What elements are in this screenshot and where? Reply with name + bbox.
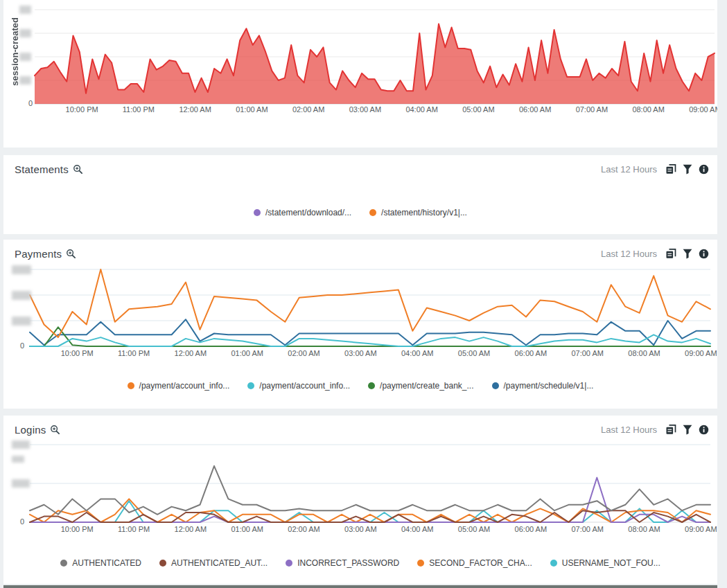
- x-axis-tick: 12:00 AM: [175, 525, 207, 533]
- panel-statements: Statements Last 12 Hours /statement/down…: [3, 155, 717, 234]
- legend-item[interactable]: /payment/schedule/v1|...: [492, 381, 594, 391]
- info-icon[interactable]: [699, 249, 709, 259]
- panel-title: Statements: [15, 163, 69, 175]
- panel-title: Logins: [15, 424, 46, 436]
- x-axis-tick: 11:00 PM: [118, 525, 150, 533]
- duplicate-icon[interactable]: [665, 163, 676, 175]
- series-area: [35, 24, 715, 104]
- legend-label: USERNAME_NOT_FOU...: [562, 558, 660, 568]
- panel-controls: Last 12 Hours: [601, 163, 709, 175]
- legend-dot: [417, 560, 424, 567]
- session-created-chart[interactable]: 10:00 PM11:00 PM12:00 AM01:00 AM02:00 AM…: [3, 0, 717, 148]
- panel-session-created: session-created 10:00 PM11:00 PM12:00 AM…: [3, 0, 717, 148]
- x-axis-tick: 08:00 AM: [628, 349, 660, 357]
- redacted-y-tick: [12, 291, 31, 300]
- redacted-y-tick: [12, 479, 30, 488]
- y-axis-zero: 0: [28, 99, 33, 107]
- time-range-label[interactable]: Last 12 Hours: [601, 425, 657, 435]
- x-axis-tick: 12:00 AM: [175, 349, 207, 357]
- duplicate-icon[interactable]: [665, 424, 676, 435]
- filter-icon[interactable]: [683, 425, 692, 435]
- legend-label: AUTHENTICATED: [72, 558, 141, 568]
- time-range-label[interactable]: Last 12 Hours: [601, 164, 657, 175]
- x-axis-tick: 01:00 AM: [231, 349, 263, 357]
- x-axis-tick: 05:00 AM: [458, 525, 490, 533]
- x-axis-tick: 02:00 AM: [288, 525, 319, 533]
- session-created-plot: [3, 0, 717, 148]
- legend-dot: [247, 382, 254, 389]
- duplicate-icon[interactable]: [665, 248, 676, 259]
- redacted-y-tick: [12, 456, 24, 463]
- x-axis-tick: 03:00 AM: [344, 349, 376, 357]
- y-axis-label: session-created: [6, 0, 23, 104]
- x-axis-tick: 04:00 AM: [405, 105, 437, 114]
- x-axis-tick: 09:00 AM: [685, 525, 717, 533]
- info-icon[interactable]: [699, 164, 709, 175]
- chart-legend: AUTHENTICATEDAUTHENTICATED_AUT...INCORRE…: [3, 558, 717, 568]
- x-axis-tick: 10:00 PM: [61, 525, 94, 533]
- y-axis-zero: 0: [20, 517, 24, 526]
- dashboard-screen: session-created 10:00 PM11:00 PM12:00 AM…: [0, 0, 727, 588]
- info-icon[interactable]: [699, 425, 709, 435]
- bottom-panel-edge: [3, 585, 717, 588]
- series-line: [30, 319, 710, 345]
- panel-header: Statements Last 12 Hours: [3, 155, 717, 179]
- x-axis-tick: 08:00 AM: [628, 525, 660, 533]
- redacted-y-tick: [12, 440, 30, 449]
- legend-item[interactable]: /statement/download/...: [254, 208, 351, 217]
- x-axis-tick: 04:00 AM: [401, 349, 433, 357]
- x-axis-tick: 07:00 AM: [571, 349, 603, 357]
- legend-item[interactable]: USERNAME_NOT_FOU...: [550, 558, 660, 568]
- x-axis-tick: 04:00 AM: [401, 525, 433, 533]
- legend-dot: [128, 382, 134, 389]
- series-line: [30, 269, 710, 337]
- x-axis-tick: 05:00 AM: [462, 105, 494, 114]
- legend-label: AUTHENTICATED_AUT...: [171, 558, 268, 568]
- legend-dot: [286, 560, 292, 567]
- x-axis-tick: 01:00 AM: [236, 105, 268, 114]
- filter-icon[interactable]: [683, 249, 692, 259]
- x-axis-tick: 11:00 PM: [123, 105, 155, 114]
- legend-label: /statement/download/...: [265, 208, 351, 217]
- legend-dot: [369, 209, 376, 216]
- legend-item[interactable]: /statement/history/v1|...: [369, 208, 467, 217]
- x-axis-tick: 03:00 AM: [344, 525, 376, 533]
- x-axis-tick: 12:00 AM: [179, 105, 211, 114]
- legend-label: /payment/schedule/v1|...: [504, 381, 594, 391]
- zoom-in-icon[interactable]: [73, 164, 83, 175]
- panel-header: Logins Last 12 Hours: [3, 416, 717, 439]
- redacted-y-tick: [12, 265, 31, 274]
- panel-controls: Last 12 Hours: [601, 248, 709, 259]
- legend-item[interactable]: /payment/create_bank_...: [368, 381, 473, 391]
- filter-icon[interactable]: [683, 164, 692, 175]
- panel-controls: Last 12 Hours: [601, 424, 709, 435]
- x-axis-tick: 11:00 PM: [118, 349, 150, 357]
- x-axis-tick: 09:00 AM: [685, 349, 717, 357]
- time-range-label[interactable]: Last 12 Hours: [601, 249, 657, 259]
- legend-item[interactable]: AUTHENTICATED_AUT...: [159, 558, 268, 568]
- x-axis-tick: 01:00 AM: [231, 525, 263, 533]
- legend-dot: [368, 382, 375, 389]
- legend-dot: [492, 382, 499, 389]
- y-axis-zero: 0: [20, 341, 24, 350]
- zoom-in-icon[interactable]: [66, 249, 76, 259]
- redacted-y-tick: [12, 317, 31, 326]
- legend-item[interactable]: /payment/account_info...: [247, 381, 350, 391]
- zoom-in-icon[interactable]: [50, 425, 60, 435]
- x-axis-tick: 02:00 AM: [292, 105, 324, 114]
- legend-label: /payment/account_info...: [259, 381, 350, 391]
- x-axis-tick: 08:00 AM: [632, 105, 664, 114]
- legend-item[interactable]: SECOND_FACTOR_CHA...: [417, 558, 532, 568]
- panel-header: Payments Last 12 Hours: [3, 240, 717, 263]
- x-axis-tick: 07:00 AM: [571, 525, 603, 533]
- legend-dot: [60, 560, 67, 567]
- panel-logins: Logins Last 12 Hours 10:00 PM11:00 PM12:…: [3, 416, 717, 584]
- legend-item[interactable]: /payment/account_info...: [128, 381, 230, 391]
- legend-item[interactable]: AUTHENTICATED: [60, 558, 141, 568]
- legend-dot: [159, 560, 166, 567]
- chart-legend: /payment/account_info.../payment/account…: [3, 381, 717, 391]
- legend-item[interactable]: INCORRECT_PASSWORD: [286, 558, 399, 568]
- legend-dot: [550, 560, 557, 567]
- x-axis-tick: 02:00 AM: [288, 349, 319, 357]
- panel-title: Payments: [15, 248, 62, 260]
